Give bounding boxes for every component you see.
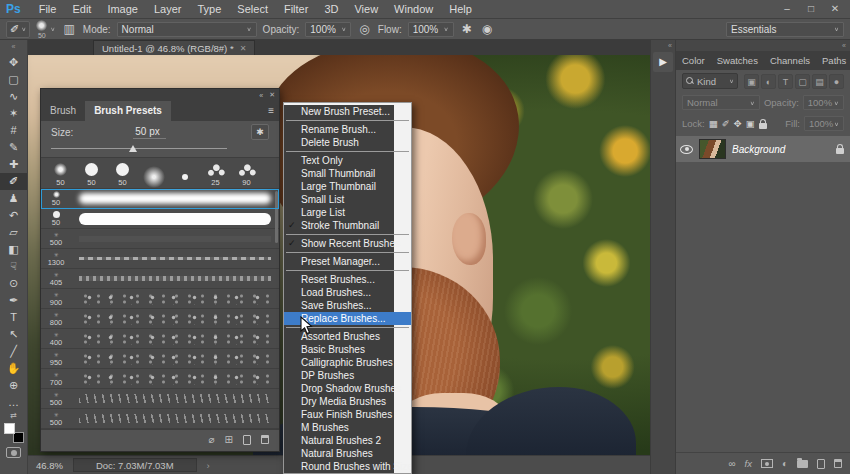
new-group-icon[interactable] (797, 460, 808, 468)
stroke-preview-toggle-icon[interactable]: ⌀ (209, 434, 215, 445)
recent-brush[interactable]: 50 (76, 158, 107, 188)
blend-mode-dropdown[interactable]: Normal ∨ (117, 22, 257, 37)
context-menu-item[interactable]: ✓ Natural Brushes 2 (284, 434, 411, 447)
context-menu-item[interactable]: ✓ Reset Brushes... (284, 273, 411, 286)
collapse-panel-icon[interactable]: « (259, 92, 263, 99)
layer-blend-mode-dropdown[interactable]: Normal ∨ (682, 95, 760, 110)
layer-row-background[interactable]: Background (676, 136, 850, 162)
brush-preset-row[interactable]: 400 (41, 329, 279, 349)
layer-opacity-dropdown[interactable]: 100% ∨ (803, 95, 844, 110)
link-layers-icon[interactable]: ∞ (728, 458, 735, 469)
hand-tool[interactable]: ✋ (0, 360, 27, 377)
collapse-dock-icon[interactable]: « (668, 40, 675, 52)
lock-image-icon[interactable]: ✐ (722, 118, 730, 129)
context-menu-item[interactable]: ✓ Drop Shadow Brushes (284, 382, 411, 395)
context-menu-item[interactable]: ✓ Faux Finish Brushes (284, 408, 411, 421)
context-menu-item[interactable]: ✓ New Brush Preset... (284, 105, 411, 118)
filter-pixel-layers-icon[interactable]: ▣ (744, 74, 759, 89)
lock-artboard-icon[interactable]: ▣ (746, 118, 755, 129)
lock-transparency-icon[interactable]: ▦ (709, 118, 718, 129)
smoothing-icon[interactable]: ◉ (480, 22, 494, 36)
new-brush-icon[interactable] (243, 435, 251, 445)
context-menu-item[interactable]: ✓ Text Only (284, 154, 411, 167)
brush-preset-row[interactable]: 800 (41, 309, 279, 329)
menu-item[interactable]: Window (386, 0, 441, 18)
minimize-button[interactable]: – (776, 0, 798, 18)
size-value-field[interactable]: 50 px (133, 126, 165, 139)
slider-thumb[interactable] (129, 145, 137, 152)
layer-visibility-eye-icon[interactable] (680, 145, 693, 154)
context-menu-item[interactable]: ✓ Large List (284, 206, 411, 219)
menu-item[interactable]: 3D (316, 0, 346, 18)
brush-panel-tab[interactable]: Brush (41, 101, 85, 121)
collapse-panels-icon[interactable]: « (676, 40, 850, 51)
brush-preset-row[interactable]: 900 (41, 289, 279, 309)
filter-adjustment-layers-icon[interactable]: ◐ (761, 74, 776, 89)
delete-layer-icon[interactable] (834, 459, 842, 468)
new-layer-icon[interactable] (817, 459, 825, 469)
crop-tool[interactable]: # (0, 122, 27, 139)
context-menu-item[interactable]: ✓ Stroke Thumbnail (284, 219, 411, 232)
brush-preset-picker[interactable]: 50 ∨ (36, 20, 55, 39)
context-menu-item[interactable]: ✓ Rename Brush... (284, 123, 411, 136)
recent-brush[interactable]: 25 (200, 158, 231, 188)
menu-item[interactable]: Filter (276, 0, 316, 18)
menu-item[interactable]: Image (99, 0, 146, 18)
recent-brush[interactable] (138, 158, 169, 188)
recent-brush[interactable]: 50 (107, 158, 138, 188)
more-tools[interactable]: … (0, 394, 27, 411)
history-brush-tool[interactable]: ↶ (0, 207, 27, 224)
menu-item[interactable]: Edit (64, 0, 99, 18)
menu-item[interactable]: Select (229, 0, 276, 18)
brush-preset-row[interactable]: 1300 (41, 249, 279, 269)
dodge-tool[interactable]: ⊙ (0, 275, 27, 292)
maximize-button[interactable]: □ (800, 0, 822, 18)
filter-type-layers-icon[interactable]: T (778, 74, 793, 89)
lock-position-icon[interactable]: ✥ (734, 118, 742, 129)
context-menu-item[interactable]: ✓ Show Recent Brushes (284, 237, 411, 250)
context-menu-item[interactable]: ✓ Round Brushes with Size (284, 460, 411, 473)
brush-panel-tab[interactable]: Brush Presets (85, 101, 171, 121)
lock-all-icon[interactable] (759, 123, 767, 129)
context-menu-item[interactable]: ✓ Natural Brushes (284, 447, 411, 460)
close-button[interactable]: ✕ (824, 0, 846, 18)
flow-dropdown[interactable]: 100% ∨ (408, 22, 454, 37)
context-menu-item[interactable]: ✓ Save Brushes... (284, 299, 411, 312)
collapse-tools-icon[interactable]: « (12, 40, 16, 54)
foreground-color-swatch[interactable] (4, 423, 15, 434)
context-menu-item[interactable]: ✓ DP Brushes (284, 369, 411, 382)
context-menu-item[interactable]: ✓ Preset Manager... (284, 255, 411, 268)
move-tool[interactable]: ✥ (0, 54, 27, 71)
context-menu-item[interactable]: ✓ Small Thumbnail (284, 167, 411, 180)
context-menu-item[interactable]: ✓ Delete Brush (284, 136, 411, 149)
context-menu-item[interactable]: ✓ Basic Brushes (284, 343, 411, 356)
brush-preset-row[interactable]: 405 (41, 269, 279, 289)
healing-brush-tool[interactable]: ✚ (0, 156, 27, 173)
menu-item[interactable]: Layer (146, 0, 190, 18)
clone-stamp-tool[interactable]: ♟ (0, 190, 27, 207)
size-slider[interactable] (51, 143, 269, 155)
filter-shape-layers-icon[interactable]: ▢ (795, 74, 810, 89)
recent-brush[interactable] (169, 158, 200, 188)
opacity-dropdown[interactable]: 100% ∨ (305, 22, 351, 37)
brush-preset-row[interactable]: 700 (41, 369, 279, 389)
path-select-tool[interactable]: ↖ (0, 326, 27, 343)
tool-preset-picker[interactable]: ✐ ∨ (6, 21, 30, 38)
workspace-dropdown[interactable]: Essentials ∨ (726, 22, 844, 37)
recent-brush[interactable]: 90 (231, 158, 262, 188)
panel-tab[interactable]: Swatches (711, 51, 764, 70)
toggle-brush-panel-icon[interactable]: ▥ (61, 22, 76, 36)
brush-preset-row[interactable]: 500 (41, 389, 279, 409)
context-menu-item[interactable]: ✓ Calligraphic Brushes (284, 356, 411, 369)
close-panel-icon[interactable]: ✕ (269, 91, 275, 99)
context-menu-item[interactable]: ✓ Load Brushes... (284, 286, 411, 299)
filter-on-icon[interactable]: ● (829, 74, 844, 89)
eyedropper-tool[interactable]: ✎ (0, 139, 27, 156)
context-menu-item[interactable]: ✓ Large Thumbnail (284, 180, 411, 193)
brush-tool[interactable]: ✐ (0, 173, 27, 190)
marquee-tool[interactable]: ▢ (0, 71, 27, 88)
panel-menu-icon[interactable]: ≡ (263, 101, 279, 121)
line-tool[interactable]: ╱ (0, 343, 27, 360)
brush-preset-row[interactable]: 50 (41, 189, 279, 209)
delete-brush-icon[interactable] (261, 435, 269, 444)
